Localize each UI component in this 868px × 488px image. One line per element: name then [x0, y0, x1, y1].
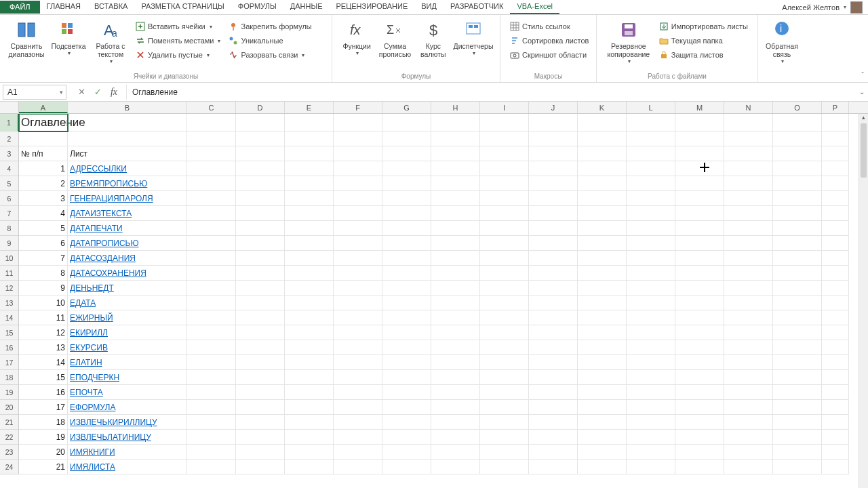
cell[interactable]: ЕПОДЧЕРКН	[68, 370, 187, 385]
tab-vba-excel[interactable]: VBA-Excel	[510, 0, 559, 14]
tab-разработчик[interactable]: РАЗРАБОТЧИК	[443, 0, 510, 14]
cell[interactable]	[675, 445, 724, 460]
cell[interactable]	[431, 445, 480, 460]
cell[interactable]	[236, 415, 285, 430]
cell[interactable]	[627, 146, 675, 161]
cell[interactable]	[334, 251, 382, 266]
cell[interactable]	[480, 325, 529, 340]
cell[interactable]: ЕПОЧТА	[68, 385, 187, 400]
vertical-scrollbar[interactable]: ▴	[859, 114, 868, 488]
cell[interactable]	[334, 236, 382, 251]
cell[interactable]	[480, 370, 529, 385]
cell[interactable]	[578, 460, 627, 474]
cell[interactable]	[382, 430, 431, 445]
cell[interactable]	[627, 161, 675, 176]
row-header[interactable]: 7	[0, 206, 19, 221]
cell[interactable]	[236, 460, 285, 474]
cell[interactable]	[480, 355, 529, 370]
cell[interactable]	[529, 221, 578, 236]
cell[interactable]	[675, 370, 724, 385]
cell[interactable]: 17	[19, 400, 68, 415]
cell[interactable]	[68, 114, 187, 131]
cell[interactable]	[480, 310, 529, 325]
cell[interactable]	[19, 131, 68, 146]
cell[interactable]	[724, 251, 773, 266]
cell[interactable]	[529, 415, 578, 430]
cell[interactable]: 16	[19, 385, 68, 400]
cell[interactable]	[187, 191, 236, 206]
cell[interactable]	[578, 400, 627, 415]
cell[interactable]	[822, 430, 849, 445]
collapse-ribbon-button[interactable]: ˆ	[861, 71, 864, 79]
cell[interactable]	[724, 340, 773, 355]
cell[interactable]	[285, 191, 334, 206]
cell[interactable]	[578, 131, 627, 146]
cell[interactable]	[578, 445, 627, 460]
cell[interactable]	[285, 400, 334, 415]
cell[interactable]	[187, 415, 236, 430]
cell[interactable]	[773, 310, 822, 325]
cell[interactable]	[431, 400, 480, 415]
cell[interactable]	[382, 176, 431, 191]
cell[interactable]	[773, 445, 822, 460]
cell[interactable]	[285, 236, 334, 251]
cell[interactable]	[431, 146, 480, 161]
cell[interactable]	[68, 131, 187, 146]
cell[interactable]	[334, 161, 382, 176]
cell[interactable]	[187, 146, 236, 161]
cell[interactable]	[578, 340, 627, 355]
cell[interactable]	[578, 430, 627, 445]
currency-rate-button[interactable]: $ Курс валюты	[416, 18, 451, 58]
cell[interactable]	[578, 385, 627, 400]
cell[interactable]	[285, 131, 334, 146]
cell[interactable]: 21	[19, 460, 68, 474]
current-folder-button[interactable]: Текущая папка	[656, 35, 751, 47]
cell[interactable]	[627, 176, 675, 191]
cell[interactable]	[773, 251, 822, 266]
cell[interactable]	[773, 385, 822, 400]
cell[interactable]	[627, 296, 675, 310]
cell[interactable]	[236, 146, 285, 161]
cell[interactable]	[187, 355, 236, 370]
cell[interactable]	[236, 400, 285, 415]
cell[interactable]	[285, 146, 334, 161]
cell[interactable]: ИМЯЛИСТА	[68, 460, 187, 474]
cell[interactable]	[382, 400, 431, 415]
column-header[interactable]: C	[187, 102, 236, 113]
cell[interactable]	[480, 430, 529, 445]
row-header[interactable]: 21	[0, 415, 19, 430]
cell[interactable]	[529, 325, 578, 340]
cell[interactable]	[578, 266, 627, 281]
cell[interactable]	[822, 400, 849, 415]
cell[interactable]	[431, 325, 480, 340]
row-header[interactable]: 15	[0, 325, 19, 340]
cell[interactable]	[675, 266, 724, 281]
cell[interactable]	[675, 325, 724, 340]
cell[interactable]	[431, 206, 480, 221]
cell[interactable]	[382, 146, 431, 161]
cell[interactable]	[480, 400, 529, 415]
cell[interactable]	[334, 114, 382, 131]
cell[interactable]	[627, 236, 675, 251]
cell[interactable]	[236, 385, 285, 400]
functions-button[interactable]: fx Функции▾	[339, 18, 374, 56]
column-header[interactable]: E	[285, 102, 334, 113]
cell[interactable]	[675, 236, 724, 251]
cell[interactable]	[627, 281, 675, 296]
cell[interactable]: 12	[19, 325, 68, 340]
cell[interactable]	[822, 221, 849, 236]
cell[interactable]	[822, 415, 849, 430]
cell[interactable]: ДАТАИЗТЕКСТА	[68, 206, 187, 221]
scroll-up-button[interactable]: ▴	[859, 114, 868, 123]
cell[interactable]	[382, 445, 431, 460]
cell[interactable]	[724, 146, 773, 161]
cell[interactable]	[675, 355, 724, 370]
cell[interactable]	[285, 385, 334, 400]
cell[interactable]	[285, 340, 334, 355]
cell[interactable]	[382, 370, 431, 385]
column-header[interactable]: A	[19, 102, 68, 113]
cell[interactable]	[334, 146, 382, 161]
cell[interactable]: 4	[19, 206, 68, 221]
cell[interactable]	[529, 281, 578, 296]
cell[interactable]	[382, 161, 431, 176]
